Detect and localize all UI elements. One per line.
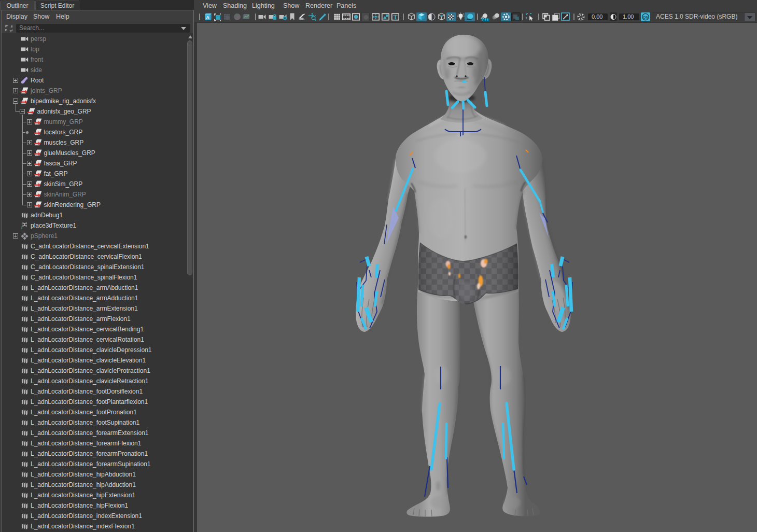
svg-text:ON: ON bbox=[643, 16, 649, 19]
svg-text:T: T bbox=[394, 14, 398, 20]
svg-text:A: A bbox=[206, 15, 209, 20]
svg-text:T: T bbox=[21, 226, 23, 230]
